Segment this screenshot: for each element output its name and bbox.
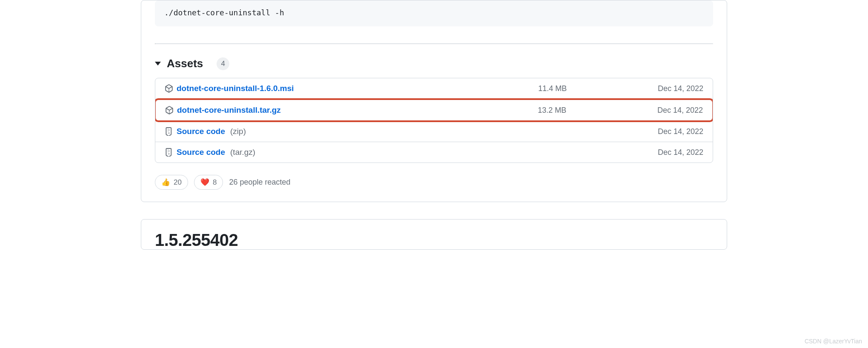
asset-date: Dec 14, 2022 xyxy=(640,127,703,136)
next-release-title: 1.5.255402 xyxy=(155,231,713,250)
reaction-pill[interactable]: 👍20 xyxy=(155,175,188,190)
asset-suffix: (tar.gz) xyxy=(230,148,255,157)
asset-row: Source code(tar.gz)Dec 14, 2022 xyxy=(155,142,713,163)
reaction-count: 20 xyxy=(174,178,182,187)
asset-row: Source code(zip)Dec 14, 2022 xyxy=(155,121,713,142)
file-zip-icon xyxy=(165,127,173,136)
assets-list: dotnet-core-uninstall-1.6.0.msi11.4 MBDe… xyxy=(155,78,713,163)
asset-size: 13.2 MB xyxy=(538,106,636,115)
reaction-emoji-icon: 👍 xyxy=(161,178,170,187)
release-body: ./dotnet-core-uninstall -h Assets 4 dotn… xyxy=(141,0,727,202)
reaction-count: 8 xyxy=(213,178,217,187)
next-release-card: 1.5.255402 xyxy=(141,219,727,250)
asset-link[interactable]: dotnet-core-uninstall-1.6.0.msi xyxy=(177,84,294,93)
asset-row: dotnet-core-uninstall-1.6.0.msi11.4 MBDe… xyxy=(155,78,713,99)
asset-size: 11.4 MB xyxy=(538,84,636,93)
asset-date: Dec 14, 2022 xyxy=(640,84,703,93)
release-card: ./dotnet-core-uninstall -h Assets 4 dotn… xyxy=(141,0,727,202)
file-zip-icon xyxy=(165,148,173,157)
reaction-pill[interactable]: ❤️8 xyxy=(194,175,223,190)
package-icon xyxy=(165,84,173,93)
code-line: ./dotnet-core-uninstall -h xyxy=(164,8,284,17)
asset-link[interactable]: dotnet-core-uninstall.tar.gz xyxy=(177,106,281,115)
reaction-emoji-icon: ❤️ xyxy=(200,178,209,187)
reactions-summary: 26 people reacted xyxy=(229,178,290,187)
assets-title: Assets xyxy=(167,57,203,70)
asset-date: Dec 14, 2022 xyxy=(639,106,703,115)
reaction-pills: 👍20❤️8 xyxy=(155,175,223,190)
package-icon xyxy=(165,106,174,114)
asset-link[interactable]: Source code xyxy=(177,127,225,136)
assets-toggle[interactable]: Assets 4 xyxy=(155,44,713,78)
assets-count-badge: 4 xyxy=(217,57,229,70)
code-block: ./dotnet-core-uninstall -h xyxy=(155,0,713,26)
reactions-bar: 👍20❤️8 26 people reacted xyxy=(155,163,713,190)
asset-row: dotnet-core-uninstall.tar.gz13.2 MBDec 1… xyxy=(155,98,713,122)
asset-link[interactable]: Source code xyxy=(177,148,225,157)
caret-down-icon xyxy=(155,62,161,66)
asset-date: Dec 14, 2022 xyxy=(640,148,703,157)
asset-suffix: (zip) xyxy=(230,127,246,136)
